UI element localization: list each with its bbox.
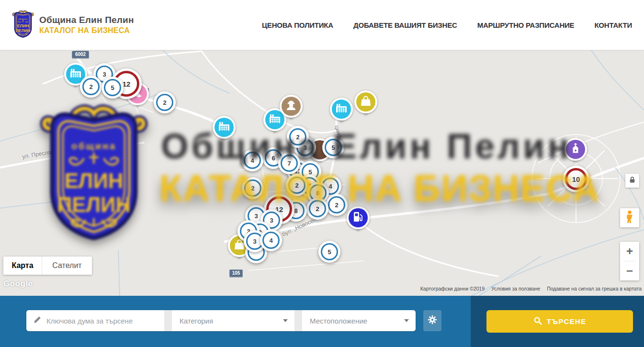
watermark-title: Община Елин Пелин (161, 126, 572, 167)
cluster-count: 5 (321, 243, 338, 260)
watermark-subtitle: КАТАЛОГ НА БИЗНЕСА (159, 167, 600, 210)
lock-icon (629, 176, 636, 185)
fuel-pin-marker[interactable] (347, 206, 370, 229)
cluster-marker[interactable]: 2 (80, 76, 102, 98)
gear-icon (427, 314, 438, 327)
search-fields: Категория Местоположение (26, 310, 416, 331)
fuel-icon (351, 210, 365, 225)
watermark-shield-icon (39, 100, 148, 247)
keyword-field[interactable] (26, 310, 164, 331)
category-select-label: Категория (180, 317, 213, 325)
pegman-icon (625, 210, 634, 225)
location-select-label: Местоположение (310, 317, 367, 325)
zoom-control: + − (620, 242, 639, 280)
zoom-out-button[interactable]: − (620, 261, 639, 280)
worker-icon (284, 99, 298, 114)
map-canvas[interactable]: 6002105ул. Преславбул. „Новоселция“ 3122… (0, 50, 644, 296)
search-button-label: ТЪРСЕНЕ (547, 317, 587, 325)
cluster-count: 2 (156, 94, 173, 111)
search-bar: Категория Местоположение ТЪРСЕНЕ (0, 296, 644, 347)
advanced-settings-button[interactable] (423, 310, 441, 331)
cluster-count: 4 (262, 232, 280, 249)
bag-icon (360, 95, 372, 109)
keyword-search-input[interactable] (46, 317, 157, 325)
map-type-control: Карта Сателит (3, 257, 92, 275)
report-error-link[interactable]: Подаване на сигнал за грешка в картата (547, 286, 642, 291)
cluster-marker[interactable]: 5 (102, 77, 124, 99)
cluster-marker[interactable]: 5 (318, 241, 340, 263)
search-submit-button[interactable]: ТЪРСЕНЕ (486, 310, 633, 333)
field-divider (164, 310, 172, 331)
zoom-in-button[interactable]: + (620, 242, 639, 261)
field-divider (294, 310, 302, 331)
nav-item-schedule[interactable]: МАРШРУТНО РАЗПИСАНИЕ (477, 21, 575, 29)
google-logo[interactable]: Google (3, 279, 33, 289)
bag-pin-marker[interactable] (354, 90, 377, 113)
cluster-marker[interactable]: 2 (154, 91, 176, 113)
location-select[interactable]: Местоположение (302, 310, 416, 331)
header: Община Елин Пелин КАТАЛОГ НА БИЗНЕСА ЦЕН… (0, 0, 644, 50)
category-select[interactable]: Категория (172, 310, 294, 331)
pencil-icon (33, 315, 42, 326)
cluster-count: 2 (82, 78, 100, 95)
map-type-satellite-button[interactable]: Сателит (42, 257, 92, 275)
street-view-pegman-button[interactable] (620, 208, 639, 227)
brand-subtitle: КАТАЛОГ НА БИЗНЕСА (39, 26, 134, 35)
map-attribution: Картографски данни ©2019 Условия за полз… (420, 286, 642, 291)
nav-item-add-business[interactable]: ДОБАВЕТЕ ВАШИЯТ БИЗНЕС (353, 21, 457, 29)
brand-text: Община Елин Пелин КАТАЛОГ НА БИЗНЕСА (39, 15, 134, 35)
municipality-shield-icon (12, 10, 34, 41)
cluster-count: 5 (104, 79, 121, 96)
brand-title: Община Елин Пелин (39, 15, 134, 25)
nav-item-contacts[interactable]: КОНТАКТИ (594, 21, 632, 29)
terms-link[interactable]: Условия за ползване (491, 286, 540, 291)
page: Община Елин Пелин КАТАЛОГ НА БИЗНЕСА ЦЕН… (0, 0, 644, 347)
brand-logo[interactable]: Община Елин Пелин КАТАЛОГ НА БИЗНЕСА (12, 10, 134, 41)
chevron-down-icon (404, 319, 409, 322)
lock-button[interactable] (625, 174, 639, 188)
nav-item-pricing[interactable]: ЦЕНОВА ПОЛИТИКА (262, 21, 333, 29)
cluster-marker[interactable]: 4 (260, 229, 282, 251)
factory-pin-marker[interactable] (330, 98, 353, 121)
attribution-data: Картографски данни ©2019 (420, 286, 485, 291)
factory-icon (335, 101, 348, 117)
chevron-down-icon (283, 319, 288, 322)
factory-icon (69, 67, 82, 82)
search-icon (533, 316, 542, 326)
main-nav: ЦЕНОВА ПОЛИТИКА ДОБАВЕТЕ ВАШИЯТ БИЗНЕС М… (262, 21, 632, 29)
map-type-map-button[interactable]: Карта (3, 257, 42, 275)
worker-pin-marker[interactable] (280, 95, 303, 118)
